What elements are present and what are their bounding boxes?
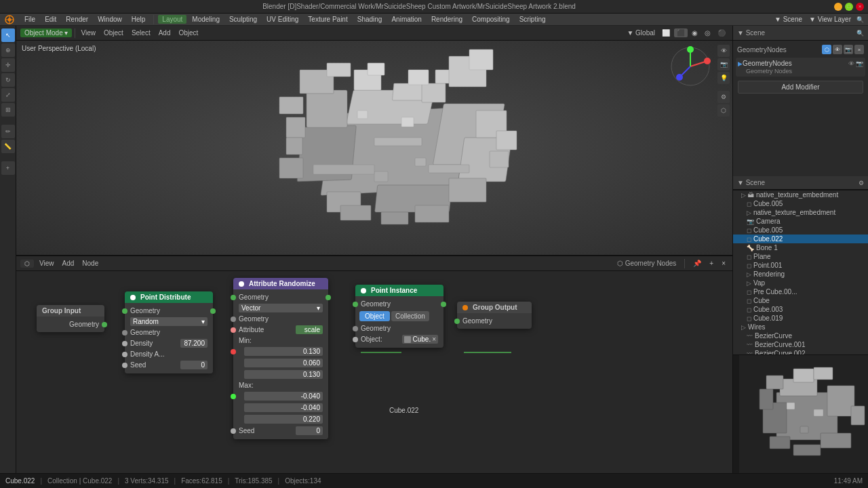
vp-object-menu[interactable]: Object <box>101 28 126 37</box>
workspace-compositing[interactable]: Compositing <box>468 15 514 24</box>
vp-tool-view[interactable]: 👁 <box>717 45 730 57</box>
vp-shading-wire[interactable]: ⬜ <box>659 28 673 37</box>
pd-density-value[interactable]: 87.200 <box>180 339 208 348</box>
workspace-scripting[interactable]: Scripting <box>515 15 550 24</box>
outliner-item-bezier001[interactable]: 〰 BezierCurve.001 <box>733 340 868 349</box>
node-point-distribute[interactable]: Point Distribute Geometry <box>125 291 213 373</box>
ne-pin[interactable]: 📌 <box>690 259 704 268</box>
outliner-item-bezier[interactable]: 〰 BezierCurve <box>733 331 868 340</box>
node-group-input[interactable]: Group Input Geometry <box>37 305 104 332</box>
vp-global[interactable]: ▼ Global <box>624 28 658 37</box>
view-layer-selector[interactable]: ▼ View Layer <box>806 16 854 23</box>
add-modifier-btn[interactable]: Add Modifier <box>736 79 865 96</box>
ar-min-y-value[interactable]: 0.060 <box>244 359 323 367</box>
viewport-3d[interactable]: Object Mode ▾ View Object Select Add Obj… <box>16 26 732 256</box>
tool-rotate[interactable]: ↻ <box>1 73 15 87</box>
ar-max-z-value[interactable]: 0.220 <box>244 415 323 424</box>
ne-new[interactable]: + <box>707 259 716 268</box>
modifier-geom-icon[interactable]: ⬡ <box>822 45 831 54</box>
vp-tool-light[interactable]: 💡 <box>717 72 730 84</box>
outliner-item-cube[interactable]: ◻ Cube <box>733 296 868 305</box>
vp-shading-material[interactable]: ◉ <box>689 28 701 37</box>
workspace-modeling[interactable]: Modeling <box>188 15 224 24</box>
add-modifier-label[interactable]: Add Modifier <box>738 81 863 94</box>
vp-select-menu[interactable]: Select <box>129 28 153 37</box>
vp-tool-overlay[interactable]: ⬡ <box>717 104 730 117</box>
minimize-btn[interactable]: _ <box>834 3 842 11</box>
workspace-layout[interactable]: Layout <box>158 15 186 24</box>
tool-annotate[interactable]: ✏ <box>1 125 15 138</box>
object-mode-btn[interactable]: Object Mode ▾ <box>20 28 72 37</box>
workspace-texture-paint[interactable]: Texture Paint <box>304 15 351 24</box>
node-group-output[interactable]: Group Output Geometry <box>457 302 532 329</box>
outliner-item-precube[interactable]: ◻ Pre Cube.00... <box>733 287 868 296</box>
tool-transform[interactable]: ⊞ <box>1 103 15 117</box>
tool-measure[interactable]: 📏 <box>1 140 15 153</box>
ar-seed-value[interactable]: 0 <box>296 426 323 435</box>
ar-min-x-value[interactable]: 0.130 <box>244 347 323 356</box>
outliner-item-cube005[interactable]: ◻ Cube.005 <box>733 199 868 208</box>
outliner-item-camera[interactable]: 📷 Camera <box>733 217 868 226</box>
vp-tool-cam[interactable]: 📷 <box>717 58 730 70</box>
outliner-item-rendering[interactable]: ▷ Rendering <box>733 270 868 279</box>
vp-overlays[interactable]: ⚫ <box>715 28 728 37</box>
outliner-item-bone[interactable]: 🦴 Bone 1 <box>733 243 868 252</box>
modifier-render-icon[interactable]: 📷 <box>844 45 853 54</box>
tool-add[interactable]: + <box>1 161 15 175</box>
node-editor[interactable]: ⬡ View Add Node ⬡ Geometry Nodes 📌 + × <box>16 256 732 473</box>
workspace-shading[interactable]: Shading <box>353 15 387 24</box>
menu-help[interactable]: Help <box>127 15 150 24</box>
pi-object-btn[interactable]: Object <box>359 311 390 321</box>
workspace-sculpting[interactable]: Sculpting <box>225 15 261 24</box>
panel-search[interactable]: 🔍 <box>856 30 864 37</box>
outliner-item-cube005b[interactable]: ◻ Cube.005 <box>733 226 868 235</box>
pi-object-selector[interactable]: Cube. × <box>402 335 438 344</box>
workspace-animation[interactable]: Animation <box>387 15 425 24</box>
ar-max-x-value[interactable]: -0.040 <box>244 392 323 401</box>
modifier-settings-icon[interactable]: × <box>854 45 864 54</box>
node-ar-type-dropdown[interactable]: Vector ▾ <box>239 304 323 312</box>
outliner-item-point001[interactable]: ◻ Point.001 <box>733 261 868 270</box>
tool-move[interactable]: ✛ <box>1 58 15 72</box>
vp-shading-solid[interactable]: ⬛ <box>674 28 688 37</box>
workspace-rendering[interactable]: Rendering <box>427 15 467 24</box>
vp-add-menu[interactable]: Add <box>156 28 174 37</box>
menu-window[interactable]: Window <box>94 15 126 24</box>
maximize-btn[interactable]: □ <box>845 3 853 11</box>
vp-view-menu[interactable]: View <box>78 28 98 37</box>
outliner-item-plane[interactable]: ◻ Plane <box>733 252 868 261</box>
outliner-item-bezier002[interactable]: 〰 BezierCurve.002 <box>733 349 868 354</box>
node-editor-icon[interactable]: ⬡ <box>20 260 34 268</box>
ne-close[interactable]: × <box>719 259 728 268</box>
node-point-instance[interactable]: Point Instance Geometry Object <box>355 285 443 348</box>
tool-cursor[interactable]: ⊕ <box>1 43 15 57</box>
vp-shading-rendered[interactable]: ◎ <box>702 28 713 37</box>
node-attr-randomize[interactable]: Attribute Randomize Geometry <box>233 278 328 439</box>
node-canvas[interactable]: Group Input Geometry Point Distri <box>16 271 732 473</box>
pi-object-clear[interactable]: × <box>432 336 436 343</box>
ar-min-z-value[interactable]: 0.130 <box>244 370 323 379</box>
outliner-item-cube022[interactable]: ◻ Cube.022 <box>733 235 868 243</box>
mod-vis-btn[interactable]: 👁 <box>848 60 854 67</box>
outliner-filter-icon[interactable]: ⚙ <box>859 180 864 186</box>
outliner-item-native-texture[interactable]: ▷ 🏔 native_texture_embedment <box>733 190 868 199</box>
tool-scale[interactable]: ⤢ <box>1 88 15 102</box>
outliner-item-cube003[interactable]: ◻ Cube.003 <box>733 305 868 314</box>
vp-object-menu2[interactable]: Object <box>176 28 201 37</box>
scene-selector[interactable]: ▼ Scene <box>772 16 805 23</box>
ne-view-menu[interactable]: View <box>37 259 57 268</box>
outliner-item-cube019[interactable]: ◻ Cube.019 <box>733 314 868 323</box>
search-icon[interactable]: 🔍 <box>855 16 865 23</box>
ne-add-menu[interactable]: Add <box>60 259 77 268</box>
node-pd-mode-dropdown[interactable]: Random ▾ <box>130 317 208 326</box>
viewport-canvas[interactable] <box>16 41 732 255</box>
menu-render[interactable]: Render <box>62 15 92 24</box>
outliner[interactable]: ▷ 🏔 native_texture_embedment ◻ Cube.005 … <box>733 190 868 354</box>
tool-select[interactable]: ↖ <box>1 28 15 42</box>
blender-icon[interactable] <box>3 14 16 25</box>
pd-seed-value[interactable]: 0 <box>180 361 208 369</box>
mod-expand-icon[interactable]: ▶ <box>738 60 743 67</box>
ar-max-y-value[interactable]: -0.040 <box>244 403 323 412</box>
modifier-vis-icon[interactable]: 👁 <box>833 45 842 54</box>
workspace-uv-editing[interactable]: UV Editing <box>262 15 302 24</box>
